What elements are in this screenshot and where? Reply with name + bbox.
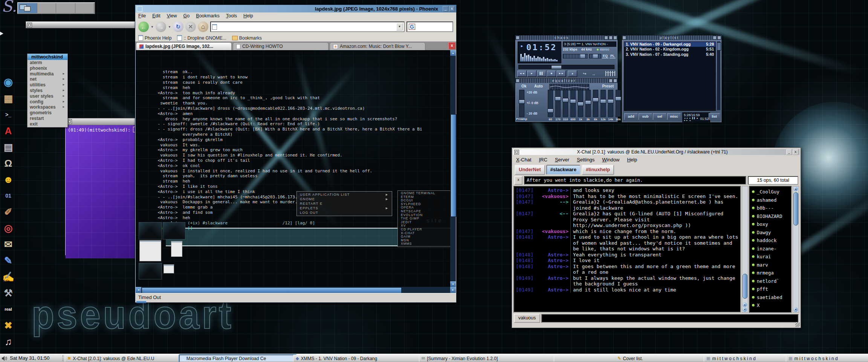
user-list-item[interactable]: _CoolGuy (750, 188, 792, 196)
eq-band-slider[interactable]: 60 (548, 90, 553, 117)
seek-thumb[interactable] (551, 65, 562, 69)
close-button[interactable] (717, 36, 721, 40)
shade-button[interactable] (609, 36, 613, 40)
eq-band-slider[interactable]: 6k (593, 90, 598, 117)
wm-menu-item[interactable]: workspaces ► (28, 104, 67, 110)
playlist-scroll-thumb[interactable] (717, 42, 721, 51)
user-list-item[interactable]: kurai (750, 253, 792, 261)
close-button[interactable] (613, 79, 617, 83)
eq-band-slider[interactable]: 600 (570, 90, 576, 117)
shade-button[interactable] (713, 36, 717, 40)
eq-band-thumb[interactable] (615, 97, 621, 101)
time-display[interactable]: ► 01:52 (518, 41, 561, 63)
eq-auto-button[interactable]: Auto (534, 84, 543, 88)
xchat-titlebar[interactable]: X-Chat [2.0.1]: vakuous @ Ede.NL.EU.Unde… (513, 149, 799, 155)
shaded-window-titlebar[interactable] (26, 21, 136, 28)
user-list-item[interactable]: boxy (750, 220, 792, 229)
scroll-left-icon[interactable]: ◄ (136, 287, 141, 293)
user-list-item[interactable]: BIOHAZARD (750, 212, 792, 221)
shade-button[interactable] (609, 79, 613, 83)
next-button[interactable]: ►► (556, 71, 566, 77)
pencil-icon[interactable]: ✎ (1, 253, 16, 268)
chat-message-view[interactable]: [0147] Astro-> and looks sexy [0147] <va… (513, 186, 741, 313)
vertical-scroll-thumb[interactable] (451, 114, 456, 217)
terminal-icon[interactable]: >_ (1, 107, 16, 122)
forward-button[interactable]: → (156, 21, 166, 32)
menu-tools[interactable]: Tools (226, 13, 237, 18)
gimp-icon[interactable]: ✐ (1, 204, 16, 219)
vertical-scrollbar[interactable]: ▲ ▼ (450, 50, 456, 287)
eq-band-thumb[interactable] (608, 99, 614, 103)
minimize-button[interactable] (604, 36, 608, 40)
search-input[interactable]: G (406, 21, 453, 32)
playlist-scrollbar[interactable] (717, 41, 720, 110)
play-button[interactable]: ► (527, 71, 536, 77)
volume-icon[interactable] (2, 356, 8, 362)
image-viewer-icon[interactable]: ▦ (1, 91, 16, 106)
spectrum-analyzer[interactable] (520, 52, 559, 61)
eq-band-slider[interactable]: 16k (616, 90, 621, 117)
stop-button[interactable]: ■ (547, 71, 556, 77)
home-button[interactable]: ⌂ (198, 21, 208, 32)
chat-scroll-thumb[interactable] (743, 274, 747, 299)
preamp-slider[interactable] (519, 90, 524, 117)
resize-grip[interactable] (795, 322, 800, 327)
repeat-icon[interactable]: → (591, 72, 596, 76)
eq-on-button[interactable]: Ok (521, 84, 526, 88)
window-menu-button[interactable] (516, 36, 520, 40)
menu-edit[interactable]: Edit (152, 13, 160, 18)
url-dropdown-icon[interactable]: ▼ (396, 23, 403, 31)
wm-menu-item[interactable]: styles ► (28, 88, 67, 94)
menu-irc[interactable]: IRC (539, 157, 547, 163)
volume-thumb[interactable] (580, 54, 585, 58)
aim-icon[interactable]: ☻ (1, 172, 16, 187)
close-button[interactable] (613, 36, 617, 40)
nick-label[interactable]: vakuous (514, 314, 540, 323)
tab-linuxhelp[interactable]: #linuxhelp (582, 165, 614, 175)
eq-band-slider[interactable]: 170 (555, 90, 561, 117)
user-list-item[interactable]: saetiabed (750, 293, 792, 302)
tab-amazon-music[interactable]: a Amazon.com: Music: Don't Blow Y... (330, 42, 425, 50)
eject-button[interactable]: ▲ (568, 71, 577, 77)
menu-xchat[interactable]: X-Chat (516, 157, 531, 163)
back-button[interactable]: ← (138, 21, 149, 32)
playlist-toggle-button[interactable]: PL (610, 54, 616, 58)
userlist-scrollbar[interactable]: ▲ ▼ (793, 186, 799, 313)
menu-server[interactable]: Server (555, 157, 569, 163)
eq-band-thumb[interactable] (570, 99, 576, 103)
userlist-scroll-thumb[interactable] (793, 192, 798, 225)
tab-slackware[interactable]: #slackware (546, 165, 581, 175)
message-input[interactable] (541, 314, 799, 323)
acrobat-reader-icon[interactable]: A (1, 123, 16, 138)
user-list-item[interactable]: ashamed (750, 196, 792, 204)
horizontal-scrollbar[interactable]: ◄ ► (136, 287, 456, 293)
eq-band-slider[interactable]: 14k (608, 90, 613, 117)
scroll-up-icon[interactable]: ▲ (793, 187, 798, 191)
eq-band-thumb[interactable] (562, 98, 568, 102)
wm-menu-item[interactable]: config ► (28, 99, 67, 105)
eq-band-thumb[interactable] (578, 102, 584, 106)
window-menu-button[interactable] (514, 150, 519, 155)
user-list-item[interactable]: netlord` (750, 277, 792, 285)
shuffle-icon[interactable]: ↪ (583, 71, 586, 76)
scroll-down-icon[interactable]: ▼ (793, 307, 798, 312)
wm-menu-item[interactable]: phoenix (28, 66, 67, 71)
sel-button[interactable]: sel (653, 113, 666, 120)
playlist-entry[interactable]: 1. VNV Nation - 09 - Darkangel.ogg 5:28 (624, 42, 715, 47)
topic-input[interactable]: After you went into slackie,do her again… (524, 176, 746, 185)
wm-menu-item[interactable]: aterm (28, 60, 67, 66)
wm-menu-item[interactable]: user styles ► (28, 94, 67, 99)
menu-window[interactable]: Window (602, 157, 619, 163)
pause-button[interactable]: ▌▌ (537, 71, 546, 77)
eq-band-slider[interactable]: 1k (578, 90, 583, 117)
task-xchat[interactable]: ✖ X-Chat [2.0.1]: vakuous @ Ede.NL.EU.U (65, 355, 182, 362)
eq-band-thumb[interactable] (547, 109, 553, 113)
user-list-item[interactable]: Dawgy (750, 229, 792, 237)
sub-button[interactable]: sub (639, 113, 652, 120)
menu-file[interactable]: File (138, 13, 146, 18)
playlist-entry[interactable]: 2. VNV Nation - 02 - Kingdom.ogg 5:51 (624, 47, 715, 52)
volume-slider[interactable] (563, 54, 588, 58)
close-topic-button[interactable]: x (514, 176, 523, 185)
tools-icon[interactable]: ⚒ (1, 285, 16, 301)
user-list-item[interactable]: inzane- (750, 245, 792, 253)
